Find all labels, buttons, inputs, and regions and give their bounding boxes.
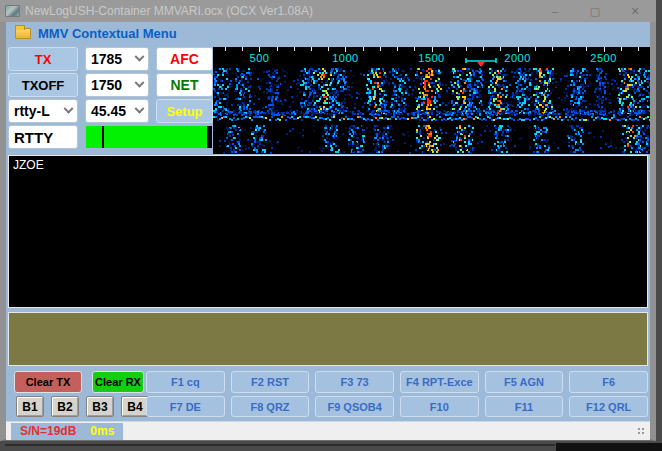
txoff-button[interactable]: TXOFF (8, 73, 78, 97)
bkey-group: B1B2B3B4 (16, 396, 149, 417)
snr-readout: S/N=19dB (20, 424, 76, 438)
bkey-button[interactable]: B2 (51, 396, 79, 417)
latency-readout: 0ms (90, 424, 114, 438)
maximize-button[interactable]: ▢ (588, 5, 602, 18)
tx-freq-value: 1785 (91, 51, 122, 67)
fkey-button[interactable]: F2 RST (231, 371, 310, 393)
bkey-button[interactable]: B1 (16, 396, 44, 417)
app-icon (5, 5, 20, 17)
scale-label: 2000 (504, 52, 530, 64)
tx-button[interactable]: TX (8, 47, 78, 71)
close-button[interactable]: ✕ (628, 5, 642, 18)
tx-text-area[interactable] (8, 312, 648, 366)
status-bar: S/N=19dB 0ms (6, 421, 650, 440)
fkey-button[interactable]: F8 QRZ (231, 396, 310, 417)
waterfall-panel: 5001000150020002500 (213, 47, 650, 154)
resize-grip[interactable] (637, 427, 647, 437)
fkey-row-2: F7 DEF8 QRZF9 QSOB4F10F11F12 QRL (146, 396, 648, 417)
scale-label: 2500 (590, 52, 616, 64)
mode-select[interactable]: rtty-L (8, 99, 78, 123)
scale-label: 1500 (418, 52, 444, 64)
fkey-button[interactable]: F5 AGN (485, 371, 564, 393)
clear-tx-button[interactable]: Clear TX (14, 371, 82, 393)
rx-freq-value: 1750 (91, 77, 122, 93)
fkey-button[interactable]: F12 QRL (569, 396, 648, 417)
fkey-button[interactable]: F6 (569, 371, 648, 393)
waterfall-display[interactable] (213, 68, 650, 154)
rx-decoded-text: JZOE (13, 158, 44, 172)
baud-value: 45.45 (91, 103, 126, 119)
title-bar: NewLogUSH-Container MMVARI.ocx (OCX Ver1… (0, 0, 656, 22)
rx-freq-select[interactable]: 1750 (85, 73, 149, 97)
fkey-button[interactable]: F10 (400, 396, 479, 417)
tuning-mark-right (207, 126, 212, 148)
fkey-button[interactable]: F4 RPT-Exce (400, 371, 479, 393)
setup-button[interactable]: Setup (156, 99, 213, 123)
background-window-edge (5, 444, 555, 446)
app-window: NewLogUSH-Container MMVARI.ocx (OCX Ver1… (0, 0, 656, 441)
fkey-button[interactable]: F7 DE (146, 396, 225, 417)
window-title: NewLogUSH-Container MMVARI.ocx (OCX Ver1… (25, 4, 548, 18)
mode-value: rtty-L (14, 103, 50, 119)
rx-frequency-marker (465, 58, 497, 68)
tx-freq-select[interactable]: 1785 (85, 47, 149, 71)
tuning-indicator (85, 125, 213, 149)
fkey-button[interactable]: F9 QSOB4 (315, 396, 394, 417)
chevron-down-icon (135, 103, 145, 113)
bkey-button[interactable]: B4 (121, 396, 149, 417)
chevron-down-icon (64, 103, 74, 113)
rx-text-area[interactable]: JZOE (8, 155, 648, 308)
fkey-button[interactable]: F3 73 (315, 371, 394, 393)
folder-icon (15, 28, 31, 39)
clear-rx-button[interactable]: Clear RX (92, 371, 144, 393)
menu-item-mmv-contextual[interactable]: MMV Contextual Menu (38, 26, 177, 41)
minimize-button[interactable]: – (548, 5, 562, 18)
net-button[interactable]: NET (156, 73, 213, 97)
tuning-mark (102, 126, 104, 148)
menu-bar: MMV Contextual Menu (6, 22, 650, 45)
mode-indicator: RTTY (8, 125, 78, 149)
chevron-down-icon (135, 77, 145, 87)
fkey-row-1: F1 cqF2 RSTF3 73F4 RPT-ExceF5 AGNF6 (146, 371, 648, 393)
control-panel: TX 1785 AFC TXOFF 1750 NET rtty-L 45.4 (6, 45, 213, 152)
fkey-button[interactable]: F11 (485, 396, 564, 417)
chevron-down-icon (135, 51, 145, 61)
afc-button[interactable]: AFC (156, 47, 213, 71)
scale-label: 1000 (332, 52, 358, 64)
status-chip: S/N=19dB 0ms (11, 423, 123, 440)
bkey-button[interactable]: B3 (86, 396, 114, 417)
background-window (556, 443, 662, 451)
frequency-scale[interactable]: 5001000150020002500 (213, 47, 650, 68)
fkey-button[interactable]: F1 cq (146, 371, 225, 393)
window-body: MMV Contextual Menu TX 1785 AFC TXOFF 17… (0, 22, 656, 441)
baud-select[interactable]: 45.45 (85, 99, 149, 123)
scale-label: 500 (250, 52, 270, 64)
